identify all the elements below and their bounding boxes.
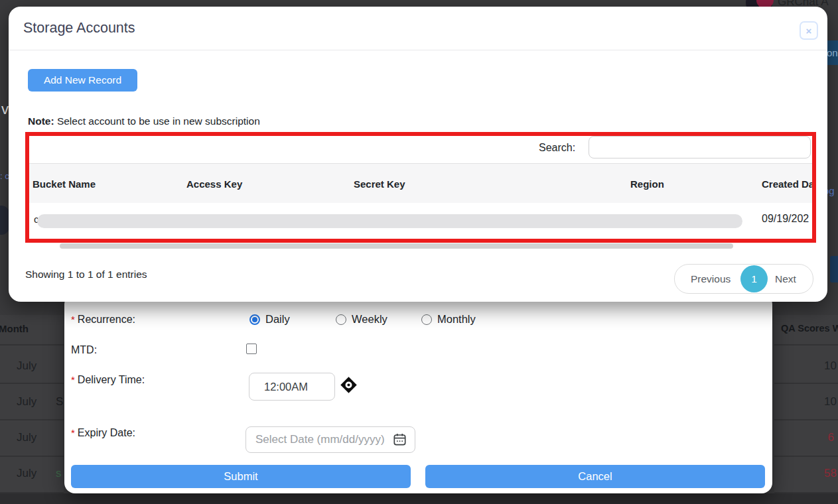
row-divider	[774, 344, 838, 346]
column-header-region[interactable]: Region	[630, 178, 664, 190]
search-input[interactable]	[589, 136, 811, 158]
required-asterisk: *	[71, 374, 75, 385]
radio-label: Monthly	[437, 313, 476, 326]
storage-table-highlight: Search: Bucket Name Access Key Secret Ke…	[25, 132, 816, 243]
close-icon[interactable]: ×	[800, 21, 818, 40]
radio-icon	[336, 314, 346, 325]
qa-score-value: 6	[828, 431, 834, 444]
qa-score-value: 10	[824, 395, 837, 409]
recurrence-radio-weekly[interactable]: Weekly	[336, 313, 387, 326]
screen: GRChat A ve : c on og Month July July S …	[0, 0, 838, 504]
close-glyph: ×	[806, 25, 812, 36]
background-action-button-label: on	[827, 47, 838, 58]
add-new-record-button[interactable]: Add New Record	[28, 69, 137, 92]
time-picker-icon[interactable]	[340, 376, 358, 397]
qa-score-value: 58	[824, 467, 837, 480]
radio-icon	[249, 314, 260, 325]
submit-button[interactable]: Submit	[71, 465, 411, 488]
recurrence-radio-daily[interactable]: Daily	[249, 313, 290, 326]
row-divider	[0, 344, 64, 346]
recurrence-label: *Recurrence:	[71, 314, 135, 326]
pagination-next[interactable]: Next	[775, 265, 796, 293]
background-navy-box	[830, 256, 838, 283]
mtd-checkbox[interactable]	[246, 344, 257, 354]
storage-account-row[interactable]: c 09/19/202	[29, 203, 812, 239]
background-small-fragment: : c	[0, 171, 9, 181]
table-cell-partial: S	[56, 395, 63, 409]
column-header-access-key[interactable]: Access Key	[186, 178, 242, 190]
expiry-date-input[interactable]	[245, 426, 415, 453]
mtd-label: MTD:	[71, 344, 97, 356]
subscription-form-modal: *Recurrence: Daily Weekly Monthly MTD: *…	[64, 294, 772, 493]
delivery-time-input[interactable]	[249, 373, 335, 401]
background-table-left: Month July July S July July s	[0, 315, 64, 493]
cancel-button[interactable]: Cancel	[425, 465, 765, 488]
required-asterisk: *	[71, 314, 75, 325]
calendar-icon[interactable]	[393, 432, 407, 449]
background-pill-fragment	[0, 206, 9, 235]
month-column-header: Month	[0, 323, 29, 334]
delivery-time-label: *Delivery Time:	[71, 374, 145, 386]
table-row: July	[17, 395, 36, 409]
column-header-bucket-name[interactable]: Bucket Name	[33, 178, 96, 190]
radio-label: Daily	[265, 313, 290, 326]
entries-info: Showing 1 to 1 of 1 entries	[25, 269, 147, 281]
row-divider	[774, 383, 838, 384]
table-row: July	[17, 431, 36, 444]
recurrence-radio-monthly[interactable]: Monthly	[421, 313, 476, 326]
pagination: Previous 1 Next	[674, 264, 813, 294]
page-number: 1	[751, 273, 757, 285]
note-label: Note:	[28, 115, 54, 127]
required-asterisk: *	[71, 427, 75, 438]
row-divider	[774, 419, 838, 420]
table-cell-partial: s	[56, 467, 62, 480]
modal-title: Storage Accounts	[23, 20, 135, 36]
header-divider	[9, 50, 827, 50]
row-divider	[774, 456, 838, 457]
background-table-right: QA Scores W 10 10 6 58	[774, 315, 838, 493]
table-row: July	[17, 359, 36, 373]
row-divider	[0, 383, 64, 384]
expiry-date-label: *Expiry Date:	[71, 427, 135, 439]
qa-score-value: 10	[824, 359, 837, 373]
table-row: July	[17, 467, 36, 480]
pagination-page-1[interactable]: 1	[740, 265, 768, 292]
row-divider	[0, 456, 64, 457]
column-header-secret-key[interactable]: Secret Key	[354, 178, 405, 190]
redacted-cell-overlay	[37, 214, 742, 228]
pagination-previous[interactable]: Previous	[691, 265, 731, 293]
background-bottom-strip	[0, 493, 838, 504]
table-header-row: Bucket Name Access Key Secret Key Region…	[29, 163, 812, 204]
radio-icon	[421, 314, 432, 325]
column-header-created-date[interactable]: Created Da	[762, 178, 814, 190]
table-shadow	[60, 243, 733, 249]
qa-scores-column-header: QA Scores W	[781, 323, 838, 334]
row-divider	[0, 419, 64, 420]
created-date-cell: 09/19/202	[762, 213, 809, 225]
search-label: Search:	[539, 142, 575, 154]
note-text: Note: Select account to be use in new su…	[28, 115, 260, 127]
radio-label: Weekly	[352, 313, 387, 326]
storage-accounts-modal: Storage Accounts × Add New Record Note: …	[9, 7, 827, 302]
